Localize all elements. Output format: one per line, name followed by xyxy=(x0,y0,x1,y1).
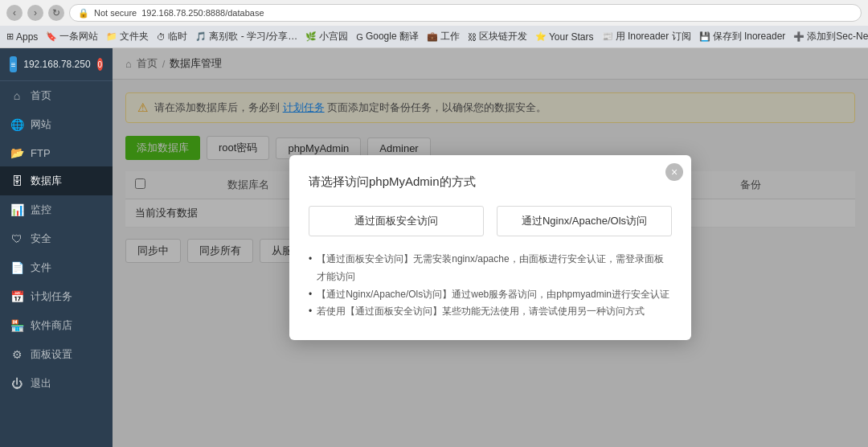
sidebar-logo: ≡ xyxy=(10,56,17,72)
forward-button[interactable]: › xyxy=(27,5,43,21)
modal-overlay[interactable]: × 请选择访问phpMyAdmin的方式 通过面板安全访问 通过Nginx/Ap… xyxy=(113,48,868,447)
bookmark-1[interactable]: 🔖 一条网站 xyxy=(46,30,98,43)
bookmark-apps-label: Apps xyxy=(16,31,38,43)
shield-icon: 🛡 xyxy=(10,232,24,245)
bookmark-7[interactable]: 💼 工作 xyxy=(427,30,460,43)
address-text: 192.168.78.250:8888/database xyxy=(141,8,264,18)
sidebar-item-database[interactable]: 🗄 数据库 xyxy=(0,166,113,195)
ftp-icon: 📂 xyxy=(10,146,24,159)
schedule-icon: 📅 xyxy=(10,290,24,303)
browser-top-bar: ‹ › ↻ 🔒 Not secure 192.168.78.250:8888/d… xyxy=(0,0,868,26)
modal-note-3: 若使用【通过面板安全访问】某些功能无法使用，请尝试使用另一种访问方式 xyxy=(309,303,672,321)
sidebar-item-monitor[interactable]: 📊 监控 xyxy=(0,195,113,224)
bookmark-9-label: Your Stars xyxy=(549,31,594,43)
address-bar[interactable]: 🔒 Not secure 192.168.78.250:8888/databas… xyxy=(69,4,862,22)
bookmark-3[interactable]: ⏱ 临时 xyxy=(157,30,187,43)
gear-icon: ⚙ xyxy=(10,348,24,361)
logout-icon: ⏻ xyxy=(10,377,24,390)
bookmark-8[interactable]: ⛓ 区块链开发 xyxy=(468,30,527,43)
bookmark-8-icon: ⛓ xyxy=(468,32,477,42)
bookmark-2-icon: 📁 xyxy=(106,31,117,42)
modal-note-1: 【通过面板安全访问】无需安装nginx/apache，由面板进行安全认证，需登录… xyxy=(309,251,672,285)
bookmark-7-label: 工作 xyxy=(440,30,460,43)
sidebar-item-settings[interactable]: ⚙ 面板设置 xyxy=(0,340,113,369)
modal-dialog: × 请选择访问phpMyAdmin的方式 通过面板安全访问 通过Nginx/Ap… xyxy=(289,155,691,339)
sidebar-item-settings-label: 面板设置 xyxy=(31,347,72,362)
bookmark-1-label: 一条网站 xyxy=(59,30,98,43)
sidebar: ≡ 192.168.78.250 0 ⌂ 首页 🌐 网站 📂 FTP 🗄 数据库 xyxy=(0,48,113,447)
browser-chrome: ‹ › ↻ 🔒 Not secure 192.168.78.250:8888/d… xyxy=(0,0,868,48)
bookmark-8-label: 区块链开发 xyxy=(479,30,527,43)
back-button[interactable]: ‹ xyxy=(6,5,23,21)
sidebar-item-schedule-label: 计划任务 xyxy=(31,289,72,304)
bookmark-11-label: 保存到 Inoreader xyxy=(713,30,786,43)
sidebar-item-home-label: 首页 xyxy=(31,88,51,103)
bookmark-6-icon: G xyxy=(356,32,363,42)
sidebar-item-ftp-label: FTP xyxy=(31,147,51,159)
home-icon: ⌂ xyxy=(10,89,24,102)
sidebar-item-monitor-label: 监控 xyxy=(31,203,51,217)
sidebar-ip-label: 192.168.78.250 xyxy=(23,59,90,70)
app-layout: ≡ 192.168.78.250 0 ⌂ 首页 🌐 网站 📂 FTP 🗄 数据库 xyxy=(0,48,868,447)
sidebar-item-security-label: 安全 xyxy=(31,232,51,246)
bookmark-12[interactable]: ➕ 添加到Sec-News xyxy=(793,30,868,43)
file-icon: 📄 xyxy=(10,261,24,274)
sidebar-item-files-label: 文件 xyxy=(31,260,51,275)
bookmark-10[interactable]: 📰 用 Inoreader 订阅 xyxy=(602,30,691,43)
sidebar-badge: 0 xyxy=(97,58,103,71)
sidebar-item-ftp[interactable]: 📂 FTP xyxy=(0,139,113,166)
monitor-icon: 📊 xyxy=(10,203,24,216)
sidebar-item-schedule[interactable]: 📅 计划任务 xyxy=(0,282,113,311)
modal-buttons: 通过面板安全访问 通过Nginx/Apache/Ols访问 xyxy=(309,206,672,236)
modal-note-1-text: 【通过面板安全访问】无需安装nginx/apache，由面板进行安全认证，需登录… xyxy=(317,251,672,285)
bookmark-apps[interactable]: ⊞ Apps xyxy=(6,31,38,43)
bookmark-1-icon: 🔖 xyxy=(46,31,57,42)
bookmark-11-icon: 💾 xyxy=(699,31,710,42)
bookmark-12-icon: ➕ xyxy=(793,31,805,42)
bookmark-5-icon: 🌿 xyxy=(305,31,317,42)
nginx-access-button[interactable]: 通过Nginx/Apache/Ols访问 xyxy=(497,206,672,236)
bookmark-5[interactable]: 🌿 小宫园 xyxy=(305,30,348,43)
bookmark-10-icon: 📰 xyxy=(602,31,613,42)
sidebar-header: ≡ 192.168.78.250 0 xyxy=(0,48,113,81)
sidebar-item-logout-label: 退出 xyxy=(31,376,51,391)
modal-notes: 【通过面板安全访问】无需安装nginx/apache，由面板进行安全认证，需登录… xyxy=(309,251,672,320)
bookmark-10-label: 用 Inoreader 订阅 xyxy=(616,30,691,43)
sidebar-item-logout[interactable]: ⏻ 退出 xyxy=(0,369,113,398)
bookmark-3-icon: ⏱ xyxy=(157,32,166,42)
modal-note-2-text: 【通过Nginx/Apache/Ols访问】通过web服务器访问，由phpmya… xyxy=(317,286,669,304)
bookmark-7-icon: 💼 xyxy=(427,31,438,42)
sidebar-item-home[interactable]: ⌂ 首页 xyxy=(0,81,113,110)
bookmark-9-icon: ⭐ xyxy=(535,31,547,42)
not-secure-label: Not secure xyxy=(94,8,137,18)
sidebar-item-website[interactable]: 🌐 网站 xyxy=(0,110,113,139)
sidebar-item-appstore-label: 软件商店 xyxy=(31,318,72,333)
bookmark-4[interactable]: 🎵 离别歌 - 学习/分享… xyxy=(195,30,297,43)
bookmark-4-label: 离别歌 - 学习/分享… xyxy=(209,30,297,43)
sidebar-item-website-label: 网站 xyxy=(31,117,51,132)
bookmark-9[interactable]: ⭐ Your Stars xyxy=(535,31,594,43)
sidebar-nav: ⌂ 首页 🌐 网站 📂 FTP 🗄 数据库 📊 监控 🛡 安全 xyxy=(0,81,113,447)
database-icon: 🗄 xyxy=(10,174,24,187)
reload-button[interactable]: ↻ xyxy=(48,5,64,21)
bookmark-6[interactable]: G Google 翻译 xyxy=(356,30,419,43)
bookmark-3-label: 临时 xyxy=(168,30,187,43)
modal-note-3-text: 若使用【通过面板安全访问】某些功能无法使用，请尝试使用另一种访问方式 xyxy=(317,303,645,321)
bookmark-2[interactable]: 📁 文件夹 xyxy=(106,30,149,43)
apps-icon: ⊞ xyxy=(6,31,14,42)
panel-access-button[interactable]: 通过面板安全访问 xyxy=(309,206,484,236)
bookmarks-bar: ⊞ Apps 🔖 一条网站 📁 文件夹 ⏱ 临时 🎵 离别歌 - 学习/分享… … xyxy=(0,26,868,48)
bookmark-6-label: Google 翻译 xyxy=(366,30,419,43)
sidebar-item-database-label: 数据库 xyxy=(31,174,62,188)
lock-icon: 🔒 xyxy=(78,8,89,18)
bookmark-11[interactable]: 💾 保存到 Inoreader xyxy=(699,30,786,43)
bookmark-2-label: 文件夹 xyxy=(120,30,149,43)
modal-note-2: 【通过Nginx/Apache/Ols访问】通过web服务器访问，由phpmya… xyxy=(309,286,672,304)
bookmark-12-label: 添加到Sec-News xyxy=(807,30,868,43)
website-icon: 🌐 xyxy=(10,118,24,131)
bookmark-5-label: 小宫园 xyxy=(319,30,348,43)
sidebar-item-security[interactable]: 🛡 安全 xyxy=(0,224,113,253)
modal-close-button[interactable]: × xyxy=(665,163,683,181)
sidebar-item-appstore[interactable]: 🏪 软件商店 xyxy=(0,311,113,340)
sidebar-item-files[interactable]: 📄 文件 xyxy=(0,253,113,282)
